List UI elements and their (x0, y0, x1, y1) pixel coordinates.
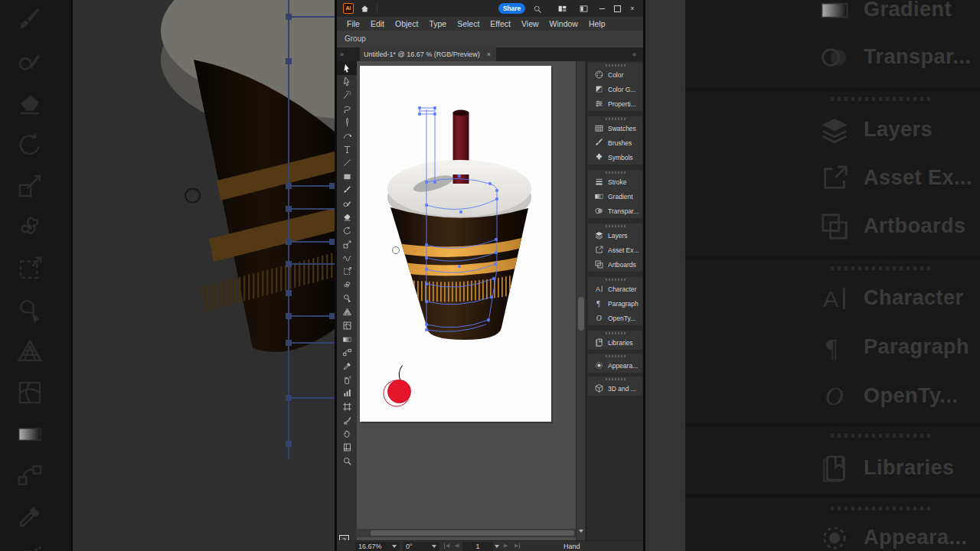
vertical-scrollbar[interactable] (576, 61, 585, 540)
artboard-caret[interactable] (495, 545, 499, 548)
panel-group-drag-handle[interactable] (606, 171, 626, 174)
tool-rotate-icon[interactable] (337, 223, 357, 237)
lid[interactable] (387, 160, 531, 217)
tool-blend-icon[interactable] (337, 346, 357, 360)
artboard-number-select[interactable]: 1 (462, 542, 493, 551)
tool-gradient-icon[interactable] (337, 332, 357, 346)
tool-hand-icon[interactable] (337, 427, 357, 441)
panel-label: Layers (608, 232, 628, 240)
minimize-button[interactable] (596, 2, 608, 15)
panel-button-brushes[interactable]: Brushes (588, 135, 642, 150)
vertical-scrollbar-thumb[interactable] (578, 297, 584, 331)
tool-magic-wand-icon[interactable] (337, 88, 357, 102)
close-button[interactable]: × (626, 2, 639, 15)
document-tab[interactable]: Untitled-1* @ 16.67 % (RGB/Preview) × (360, 47, 496, 61)
panel-button-layers[interactable]: Layers (588, 228, 642, 243)
tool-print-tiling-icon[interactable] (337, 441, 357, 455)
dock-collapse-icon[interactable]: « (632, 51, 636, 58)
tool-scale-icon[interactable] (337, 237, 357, 251)
search-icon[interactable] (533, 3, 542, 17)
tool-line-segment-icon[interactable] (337, 156, 357, 170)
panel-button-symbols[interactable]: Symbols (588, 150, 642, 165)
cherry-group[interactable] (384, 366, 411, 407)
panel-button-swatches[interactable]: Swatches (588, 121, 642, 135)
tool-rectangle-icon[interactable] (337, 170, 357, 184)
menu-select[interactable]: Select (452, 19, 485, 28)
cup-group[interactable] (387, 110, 532, 341)
tool-puppet-warp-icon[interactable] (337, 278, 357, 292)
panel-button-appearance[interactable]: Appeara... (588, 358, 642, 373)
panel-group-drag-handle[interactable] (606, 332, 626, 334)
tool-paintbrush-icon[interactable] (337, 183, 357, 197)
background-panel-label: OpenTy... (864, 384, 959, 408)
tool-slice-icon[interactable] (337, 413, 357, 427)
menu-edit[interactable]: Edit (365, 19, 390, 28)
panel-button-asset-export[interactable]: Asset Ex... (588, 243, 642, 257)
share-button[interactable]: Share (498, 3, 525, 14)
horizontal-scrollbar[interactable] (357, 529, 576, 537)
tool-artboard-icon[interactable] (337, 400, 357, 414)
panel-group-drag-handle[interactable] (606, 64, 626, 67)
panel-button-color[interactable]: Color (588, 67, 642, 82)
background-panel-label: Gradient (864, 0, 952, 21)
maximize-button[interactable] (611, 2, 623, 15)
menu-help[interactable]: Help (583, 19, 611, 28)
tool-direct-selection-icon[interactable] (337, 75, 357, 89)
panel-button-threed[interactable]: 3D and ... (588, 381, 642, 396)
menu-view[interactable]: View (516, 19, 544, 28)
zoom-caret[interactable] (392, 545, 397, 548)
first-artboard-icon[interactable]: ◀ (444, 543, 449, 549)
tool-zoom-icon[interactable] (337, 454, 357, 468)
tool-shaper-icon[interactable] (337, 197, 357, 210)
previous-artboard-icon[interactable]: ◀ (455, 543, 459, 549)
panel-group-drag-handle[interactable] (606, 118, 626, 120)
tool-symbol-sprayer-icon[interactable] (337, 373, 357, 386)
tool-selection-icon[interactable] (337, 61, 357, 75)
panel-button-libraries[interactable]: Libraries (588, 335, 642, 350)
cherry[interactable] (387, 380, 410, 403)
menu-type[interactable]: Type (423, 19, 452, 28)
panel-button-properties[interactable]: Properti... (588, 96, 642, 111)
tool-eraser-icon[interactable] (337, 210, 357, 224)
menu-effect[interactable]: Effect (485, 19, 516, 28)
tool-eyedropper-icon[interactable] (337, 359, 357, 373)
tool-curvature-icon[interactable] (337, 129, 357, 143)
menu-file[interactable]: File (341, 19, 365, 28)
tab-overflow-left-icon[interactable]: » (340, 51, 344, 58)
tab-close-icon[interactable]: × (484, 51, 494, 58)
tool-lasso-icon[interactable] (337, 102, 357, 116)
tool-type-icon[interactable] (337, 142, 357, 156)
tool-shape-builder-icon[interactable] (337, 292, 357, 305)
panel-group-drag-handle[interactable] (606, 378, 626, 380)
home-icon[interactable] (360, 3, 370, 17)
arrange-documents-icon[interactable] (557, 3, 567, 17)
straw-top[interactable] (453, 110, 469, 116)
horizontal-scrollbar-thumb[interactable] (371, 530, 574, 536)
panel-button-artboards[interactable]: Artboards (588, 257, 642, 272)
menu-object[interactable]: Object (390, 19, 423, 28)
menu-window[interactable]: Window (544, 19, 583, 28)
tool-pen-icon[interactable] (337, 116, 357, 129)
cherry-stem[interactable] (399, 366, 402, 382)
rotation-caret[interactable] (432, 545, 436, 548)
tool-mesh-icon[interactable] (337, 318, 357, 332)
tool-free-transform-icon[interactable] (337, 265, 357, 279)
panel-button-stroke[interactable]: Stroke (588, 174, 642, 189)
panel-group-drag-handle[interactable] (606, 225, 626, 227)
scroll-down-caret[interactable] (579, 530, 583, 533)
coffee-cup-artwork[interactable] (360, 66, 551, 422)
workspace-switcher-icon[interactable] (579, 3, 589, 17)
panel-button-transparency[interactable]: Transpar... (588, 204, 642, 218)
tool-perspective-grid-icon[interactable] (337, 305, 357, 319)
last-artboard-icon[interactable]: ▶ (514, 543, 520, 549)
panel-button-color-guide[interactable]: Color G... (588, 82, 642, 96)
panel-group-drag-handle[interactable] (606, 279, 626, 281)
panel-button-gradient[interactable]: Gradient (588, 189, 642, 204)
next-artboard-icon[interactable]: ▶ (504, 543, 508, 549)
panel-button-opentype[interactable]: OOpenTy... (588, 311, 642, 325)
panel-button-paragraph[interactable]: ¶Paragraph (588, 296, 642, 311)
tool-graph-icon[interactable] (337, 386, 357, 400)
tool-width-icon[interactable] (337, 251, 357, 265)
panel-button-character[interactable]: ACharacter (588, 282, 642, 296)
panel-group-drag-handle[interactable] (606, 355, 626, 357)
